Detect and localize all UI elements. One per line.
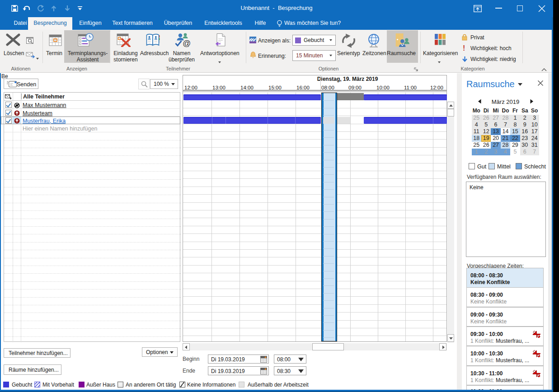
svg-text:@: @ — [183, 39, 191, 47]
